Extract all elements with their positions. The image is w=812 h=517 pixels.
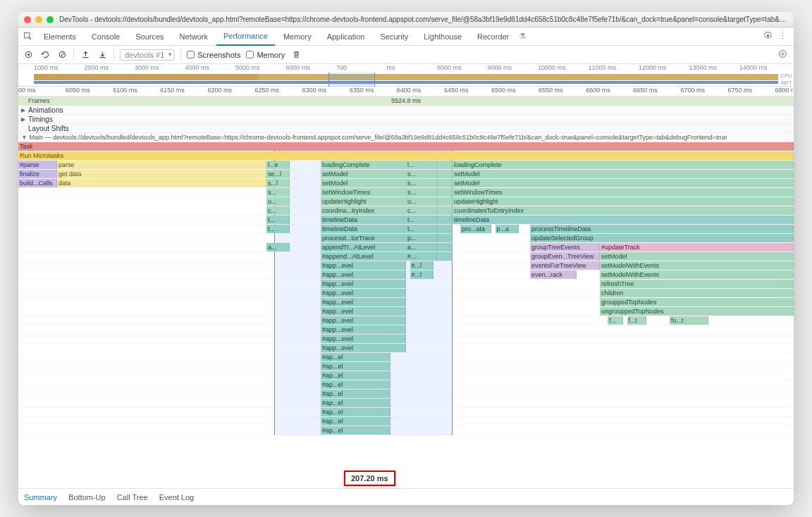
flame-block[interactable]: #ap...el — [321, 417, 390, 425]
flame-block[interactable]: processTimelineData — [530, 225, 794, 233]
clear-button[interactable] — [56, 49, 68, 61]
reload-button[interactable] — [39, 49, 51, 61]
screenshots-checkbox[interactable]: Screenshots — [187, 51, 240, 59]
flame-block[interactable]: #ap...el — [321, 353, 390, 361]
flame-task[interactable]: Task — [18, 142, 794, 151]
flame-block[interactable]: p...a — [496, 225, 519, 233]
flame-block[interactable]: #app...evel — [321, 289, 406, 297]
tab-elements[interactable]: Elements — [37, 27, 83, 46]
flame-block[interactable]: #updateTrack — [600, 243, 794, 251]
flame-block[interactable]: children — [600, 289, 794, 297]
close-icon[interactable] — [24, 16, 31, 23]
flame-block[interactable]: setModelWithEvents — [600, 261, 794, 270]
flame-block[interactable]: f...t — [627, 316, 647, 325]
flame-block[interactable]: #parse — [18, 161, 57, 169]
flame-block[interactable]: setModelWithEvents — [600, 270, 794, 279]
flame-block[interactable]: ungrouppedTopNodes — [600, 307, 794, 316]
flame-block[interactable]: t... — [266, 216, 290, 224]
flame-block[interactable]: setModel — [600, 252, 794, 261]
flame-block[interactable]: #ap...el — [321, 371, 390, 380]
flame-block[interactable]: setWindowTimes — [453, 188, 794, 197]
time-ruler[interactable]: 00 ms6050 ms6100 ms6150 ms6200 ms6250 ms… — [18, 87, 794, 96]
flame-block[interactable]: l...e — [266, 161, 290, 169]
flame-block[interactable]: #ap...el — [321, 362, 390, 370]
flame-block[interactable]: #app...evel — [321, 261, 406, 270]
trash-button[interactable] — [290, 49, 302, 61]
flame-block[interactable]: u... — [266, 197, 290, 206]
flame-block[interactable]: refreshTree — [600, 280, 794, 288]
flame-block[interactable]: grouppedTopNodes — [600, 298, 794, 306]
flame-block[interactable]: parse — [57, 161, 266, 169]
inspect-icon[interactable] — [23, 32, 32, 42]
flame-block[interactable]: #app...evel — [321, 270, 406, 279]
flame-block[interactable]: pro...ata — [460, 225, 491, 233]
flame-block[interactable]: a... — [266, 243, 290, 251]
flame-block[interactable]: #ap...el — [321, 399, 390, 407]
flame-block[interactable]: get data — [57, 170, 266, 178]
flame-microtasks[interactable]: Run Microtasks — [18, 151, 794, 160]
overview-strip[interactable]: 1000 ms2000 ms3000 ms4000 ms5000 ms6000 … — [18, 64, 794, 87]
flame-block[interactable]: c... — [266, 206, 290, 215]
tab-application[interactable]: Application — [320, 27, 372, 46]
tab-security[interactable]: Security — [373, 27, 415, 46]
flame-block[interactable]: t... — [406, 216, 437, 224]
flame-block[interactable]: #app...evel — [321, 335, 406, 343]
flame-block[interactable]: #... — [406, 252, 437, 261]
flame-block[interactable]: a... — [406, 243, 437, 251]
flame-block[interactable]: l... — [406, 161, 437, 169]
flame-block[interactable]: fo...t — [670, 316, 708, 325]
flame-block[interactable]: data — [57, 179, 266, 187]
memory-checkbox[interactable]: Memory — [246, 51, 285, 59]
flame-block[interactable]: f... — [608, 316, 623, 325]
perf-settings-icon[interactable] — [778, 49, 789, 61]
flame-block[interactable]: c... — [406, 206, 437, 215]
animations-track[interactable]: ▶Animations — [18, 106, 794, 115]
flame-block[interactable]: s... — [266, 188, 290, 197]
flame-block[interactable]: #app...evel — [321, 298, 406, 306]
flame-block[interactable]: s...l — [266, 179, 290, 187]
flame-block[interactable]: build...Calls — [18, 179, 57, 187]
flame-block[interactable]: #app...evel — [321, 316, 406, 325]
overview-selection[interactable] — [328, 73, 375, 87]
flame-block[interactable]: s... — [406, 170, 437, 178]
flame-block[interactable]: groupEven...TreeView — [530, 252, 600, 261]
settings-icon[interactable] — [763, 31, 775, 42]
upload-button[interactable] — [80, 49, 91, 61]
tab-lighthouse[interactable]: Lighthouse — [417, 27, 469, 46]
record-button[interactable] — [23, 49, 34, 61]
tab-console[interactable]: Console — [85, 27, 127, 46]
flame-block[interactable]: updateSelectedGroup — [530, 234, 794, 242]
layout-shifts-track[interactable]: Layout Shifts — [18, 124, 794, 133]
tab-memory[interactable]: Memory — [276, 27, 319, 46]
flame-block[interactable]: s... — [406, 179, 437, 187]
download-button[interactable] — [97, 49, 108, 61]
flame-block[interactable]: p... — [406, 234, 437, 242]
flame-block[interactable]: t... — [266, 225, 290, 233]
flame-chart[interactable]: Frames 5524.8 ms ▶Animations ▶Timings La… — [18, 96, 794, 488]
flame-block[interactable]: #app...evel — [321, 344, 406, 352]
flame-block[interactable]: groupTreeEvents — [530, 243, 600, 251]
flame-block[interactable]: u... — [406, 197, 437, 206]
minimize-icon[interactable] — [35, 16, 42, 23]
flame-block[interactable]: updateHighlight — [453, 197, 794, 206]
flame-block[interactable]: setModel — [453, 179, 794, 187]
flame-block[interactable]: #...l — [410, 270, 433, 279]
tab-performance[interactable]: Performance — [216, 27, 275, 46]
flame-block[interactable]: eventsForTreeView — [530, 261, 600, 270]
flame-block[interactable]: #app...evel — [321, 307, 406, 316]
flame-block[interactable]: #...l — [410, 261, 433, 270]
flame-block[interactable]: #app...evel — [321, 280, 406, 288]
details-tab-summary[interactable]: Summary — [24, 493, 57, 502]
flame-block[interactable]: finalize — [18, 170, 57, 178]
tab-sources[interactable]: Sources — [128, 27, 171, 46]
details-tab-event-log[interactable]: Event Log — [159, 493, 195, 502]
tab-network[interactable]: Network — [173, 27, 215, 46]
details-tab-call-tree[interactable]: Call Tree — [117, 493, 148, 502]
flame-block[interactable]: s... — [406, 188, 437, 197]
flame-block[interactable]: setModel — [453, 170, 794, 178]
flame-block[interactable]: timelineData — [453, 216, 794, 224]
flame-block[interactable]: se...l — [266, 170, 290, 178]
context-select[interactable]: devtools #1 — [120, 49, 175, 61]
timings-track[interactable]: ▶Timings — [18, 115, 794, 124]
maximize-icon[interactable] — [47, 16, 54, 23]
